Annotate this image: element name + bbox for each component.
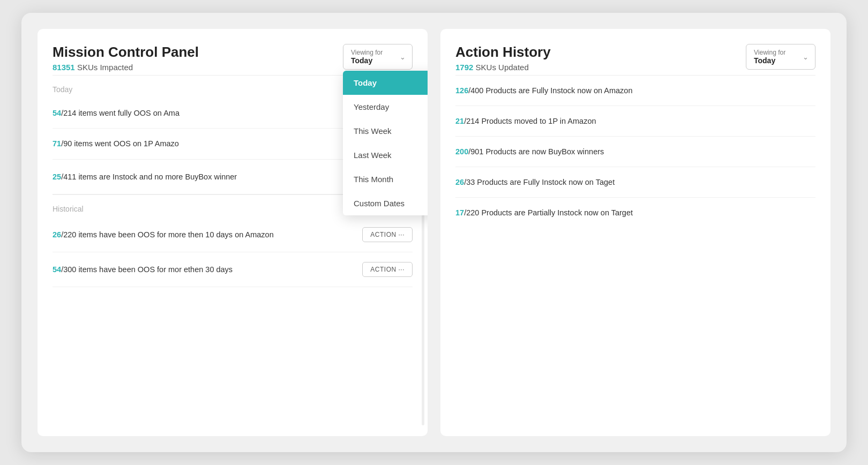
history-item-5: 17/220 Products are Partially Instock no… (455, 198, 815, 228)
dropdown-item-yesterday[interactable]: Yesterday (343, 95, 428, 119)
left-viewing-dropdown[interactable]: Viewing for Today ⌄ Today Yesterday This… (343, 44, 413, 70)
history-item-4: 26/33 Products are Fully Instock now on … (455, 167, 815, 198)
history-item-5-rest: /220 Products are Partially Instock now … (464, 208, 633, 217)
left-chevron-icon: ⌄ (400, 53, 406, 61)
left-panel-skus-label: SKUs Impacted (75, 63, 133, 72)
today-item-3-accent: 25 (53, 172, 61, 181)
history-item-4-text: 26/33 Products are Fully Instock now on … (455, 178, 615, 186)
historical-item-2: 54/300 items have been OOS for mor ethen… (53, 252, 413, 287)
history-item-3: 200/901 Products are now BuyBox winners (455, 137, 815, 167)
historical-item-2-rest: /300 items have been OOS for mor ethen 3… (61, 265, 233, 274)
left-viewing-label-top: Viewing for (351, 49, 393, 56)
historical-item-1-text: 26/220 items have been OOS for more then… (53, 229, 355, 240)
today-item-2-rest: /90 items went OOS on 1P Amazo (61, 139, 179, 148)
today-item-3-rest: /411 items are Instock and no more BuyBo… (61, 172, 237, 181)
history-item-4-accent: 26 (455, 178, 464, 186)
today-item-1-accent: 54 (53, 109, 61, 117)
history-item-1-accent: 126 (455, 86, 468, 95)
history-item-2-text: 21/214 Products moved to 1P in Amazon (455, 117, 596, 125)
right-panel-subtitle: 1792 SKUs Updated (455, 63, 551, 72)
left-panel: Mission Control Panel 81351 SKUs Impacte… (38, 29, 428, 436)
history-item-4-rest: /33 Products are Fully Instock now on Ta… (464, 178, 615, 186)
right-panel: Action History 1792 SKUs Updated Viewing… (440, 29, 830, 436)
right-chevron-icon: ⌄ (803, 53, 809, 61)
history-item-5-text: 17/220 Products are Partially Instock no… (455, 208, 633, 217)
right-panel-skus-label: SKUs Updated (473, 63, 528, 72)
history-item-1-text: 126/400 Products are Fully Instock now o… (455, 86, 632, 95)
historical-item-2-action-btn[interactable]: ACTION ··· (362, 262, 413, 277)
left-viewing-label-bottom: Today (351, 56, 393, 65)
right-viewing-btn[interactable]: Viewing for Today ⌄ (746, 44, 815, 70)
historical-item-1: 26/220 items have been OOS for more then… (53, 218, 413, 252)
left-panel-header: Mission Control Panel 81351 SKUs Impacte… (53, 44, 413, 72)
historical-item-2-accent: 54 (53, 265, 61, 274)
left-panel-title: Mission Control Panel (53, 44, 199, 61)
right-panel-skus-count: 1792 (455, 63, 473, 72)
left-panel-skus-count: 81351 (53, 63, 75, 72)
dropdown-item-last-week[interactable]: Last Week (343, 143, 428, 167)
right-panel-header: Action History 1792 SKUs Updated Viewing… (455, 44, 815, 72)
today-item-1-rest: /214 items went fully OOS on Ama (61, 109, 179, 117)
historical-item-1-accent: 26 (53, 230, 61, 239)
today-item-2-accent: 71 (53, 139, 61, 148)
dropdown-item-this-week[interactable]: This Week (343, 119, 428, 143)
right-viewing-label-bottom: Today (754, 56, 796, 65)
today-item-3-text: 25/411 items are Instock and no more Buy… (53, 171, 355, 182)
history-item-2-accent: 21 (455, 117, 464, 125)
historical-item-2-text: 54/300 items have been OOS for mor ethen… (53, 264, 355, 275)
history-item-1: 126/400 Products are Fully Instock now o… (455, 76, 815, 106)
left-viewing-btn[interactable]: Viewing for Today ⌄ (343, 44, 413, 70)
left-dropdown-menu: Today Yesterday This Week Last Week This… (343, 71, 428, 215)
dropdown-item-today[interactable]: Today (343, 71, 428, 95)
history-item-3-accent: 200 (455, 147, 468, 156)
history-item-3-text: 200/901 Products are now BuyBox winners (455, 147, 604, 156)
dropdown-item-this-month[interactable]: This Month (343, 167, 428, 191)
outer-container: Mission Control Panel 81351 SKUs Impacte… (21, 13, 847, 452)
history-item-1-rest: /400 Products are Fully Instock now on A… (468, 86, 632, 95)
right-viewing-label-top: Viewing for (754, 49, 796, 56)
history-item-2-rest: /214 Products moved to 1P in Amazon (464, 117, 596, 125)
left-panel-title-block: Mission Control Panel 81351 SKUs Impacte… (53, 44, 199, 72)
right-panel-title: Action History (455, 44, 551, 61)
historical-item-1-rest: /220 items have been OOS for more then 1… (61, 230, 274, 239)
right-panel-title-block: Action History 1792 SKUs Updated (455, 44, 551, 72)
dropdown-item-custom-dates[interactable]: Custom Dates (343, 191, 428, 215)
history-item-3-rest: /901 Products are now BuyBox winners (468, 147, 604, 156)
historical-item-1-action-btn[interactable]: ACTION ··· (362, 227, 413, 242)
left-panel-subtitle: 81351 SKUs Impacted (53, 63, 199, 72)
history-item-2: 21/214 Products moved to 1P in Amazon (455, 106, 815, 137)
history-item-5-accent: 17 (455, 208, 464, 217)
right-viewing-dropdown[interactable]: Viewing for Today ⌄ (746, 44, 815, 70)
